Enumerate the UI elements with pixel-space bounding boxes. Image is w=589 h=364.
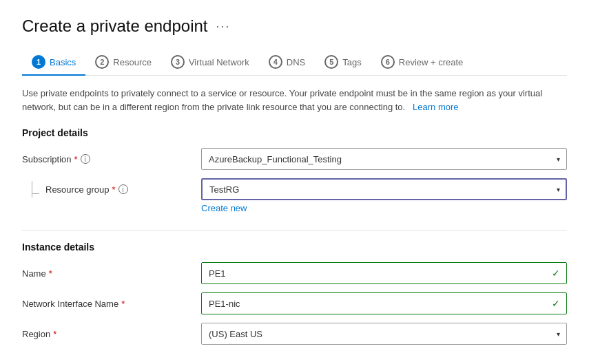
network-interface-required: * <box>121 299 125 309</box>
tab-dns[interactable]: 4 DNS <box>259 50 315 76</box>
subscription-row: Subscription * i AzureBackup_Functional_… <box>22 148 567 170</box>
tab-review-create[interactable]: 6 Review + create <box>371 50 473 76</box>
network-interface-control: ✓ <box>201 292 567 314</box>
region-select[interactable]: (US) East US <box>201 323 567 345</box>
subscription-select[interactable]: AzureBackup_Functional_Testing <box>201 148 567 170</box>
tab-number-virtual-network: 3 <box>171 55 185 69</box>
learn-more-link[interactable]: Learn more <box>413 102 458 112</box>
region-label-wrapper: Region * <box>22 329 201 339</box>
subscription-info-icon[interactable]: i <box>81 154 90 164</box>
tab-label-basics: Basics <box>50 57 76 67</box>
wizard-tabs: 1 Basics 2 Resource 3 Virtual Network 4 … <box>22 50 567 76</box>
tab-number-tags: 5 <box>324 55 338 69</box>
tab-virtual-network[interactable]: 3 Virtual Network <box>161 50 259 76</box>
resource-group-label-wrapper: Resource group * i <box>22 181 201 197</box>
tab-tags[interactable]: 5 Tags <box>315 50 371 76</box>
name-label-wrapper: Name * <box>22 268 201 279</box>
page-title-container: Create a private endpoint ··· <box>22 17 567 36</box>
region-label: Region <box>22 329 50 339</box>
instance-details-title: Instance details <box>22 242 567 253</box>
subscription-required: * <box>74 154 78 164</box>
name-label: Name <box>22 268 46 279</box>
tab-label-dns: DNS <box>287 57 305 67</box>
network-interface-label-wrapper: Network Interface Name * <box>22 299 201 309</box>
subscription-label-wrapper: Subscription * i <box>22 154 201 164</box>
resource-group-info-icon[interactable]: i <box>118 184 128 194</box>
create-new-link[interactable]: Create new <box>201 203 567 213</box>
project-details-section: Project details Subscription * i AzureBa… <box>22 127 567 213</box>
tab-label-review: Review + create <box>399 57 464 67</box>
tab-basics[interactable]: 1 Basics <box>22 50 85 76</box>
resource-group-control: TestRG ▾ <box>201 178 567 200</box>
tab-label-tags: Tags <box>342 57 361 67</box>
name-input[interactable] <box>201 262 567 284</box>
network-interface-label: Network Interface Name <box>22 299 118 309</box>
region-required: * <box>53 329 56 339</box>
page-title: Create a private endpoint <box>22 17 208 36</box>
resource-group-required: * <box>112 184 116 195</box>
description-body: Use private endpoints to privately conne… <box>22 88 542 112</box>
resource-group-select[interactable]: TestRG <box>201 178 567 200</box>
tab-number-resource: 2 <box>95 55 109 69</box>
description-text: Use private endpoints to privately conne… <box>22 87 559 114</box>
tab-resource[interactable]: 2 Resource <box>85 50 161 76</box>
section-divider <box>22 230 567 231</box>
name-required: * <box>49 268 52 279</box>
tab-label-virtual-network: Virtual Network <box>189 57 249 67</box>
network-interface-input[interactable] <box>201 292 567 314</box>
project-details-title: Project details <box>22 127 567 138</box>
network-interface-name-row: Network Interface Name * ✓ <box>22 292 567 314</box>
name-control: ✓ <box>201 262 567 284</box>
name-row: Name * ✓ <box>22 262 567 284</box>
subscription-label: Subscription <box>22 154 72 164</box>
tab-number-basics: 1 <box>32 55 45 69</box>
ellipsis-menu-button[interactable]: ··· <box>216 19 231 34</box>
resource-group-row: Resource group * i TestRG ▾ <box>22 178 567 200</box>
region-row: Region * (US) East US ▾ <box>22 323 567 345</box>
tab-number-dns: 4 <box>269 55 282 69</box>
tab-label-resource: Resource <box>113 57 152 67</box>
instance-details-section: Instance details Name * ✓ Network Interf… <box>22 242 567 345</box>
resource-group-label: Resource group <box>45 184 110 195</box>
region-control: (US) East US ▾ <box>201 323 567 345</box>
subscription-control: AzureBackup_Functional_Testing ▾ <box>201 148 567 170</box>
tab-number-review: 6 <box>381 55 395 69</box>
